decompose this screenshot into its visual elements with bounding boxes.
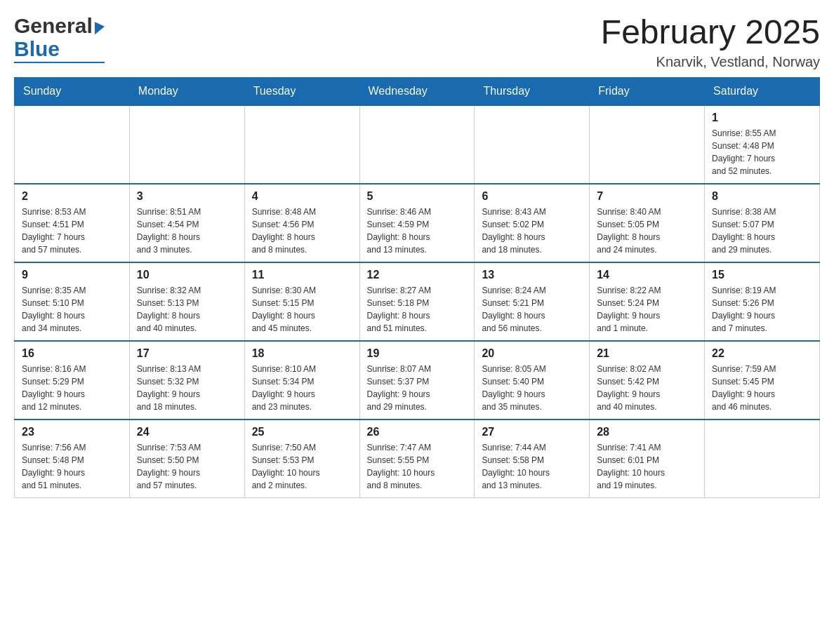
day-cell [475,105,590,184]
weekday-header-saturday: Saturday [705,77,820,105]
day-cell: 9Sunrise: 8:35 AM Sunset: 5:10 PM Daylig… [15,262,130,341]
day-cell: 27Sunrise: 7:44 AM Sunset: 5:58 PM Dayli… [475,420,590,498]
day-cell: 23Sunrise: 7:56 AM Sunset: 5:48 PM Dayli… [15,420,130,498]
day-info: Sunrise: 8:16 AM Sunset: 5:29 PM Dayligh… [22,363,122,413]
month-title: February 2025 [601,14,820,51]
day-info: Sunrise: 8:35 AM Sunset: 5:10 PM Dayligh… [22,284,122,335]
day-info: Sunrise: 7:56 AM Sunset: 5:48 PM Dayligh… [22,441,122,492]
weekday-header-wednesday: Wednesday [359,77,475,105]
day-cell: 20Sunrise: 8:05 AM Sunset: 5:40 PM Dayli… [475,341,590,420]
day-number: 25 [252,426,352,438]
day-info: Sunrise: 8:10 AM Sunset: 5:34 PM Dayligh… [252,363,352,413]
day-number: 6 [482,190,582,203]
day-number: 9 [22,269,122,281]
day-cell: 18Sunrise: 8:10 AM Sunset: 5:34 PM Dayli… [244,341,359,420]
day-number: 17 [137,347,237,360]
day-cell: 1Sunrise: 8:55 AM Sunset: 4:48 PM Daylig… [705,105,820,184]
day-info: Sunrise: 7:41 AM Sunset: 6:01 PM Dayligh… [597,441,697,492]
week-row-5: 23Sunrise: 7:56 AM Sunset: 5:48 PM Dayli… [15,420,820,498]
day-info: Sunrise: 7:47 AM Sunset: 5:55 PM Dayligh… [367,441,468,492]
day-cell: 14Sunrise: 8:22 AM Sunset: 5:24 PM Dayli… [590,262,705,341]
logo: General Blue [14,14,105,63]
day-info: Sunrise: 8:22 AM Sunset: 5:24 PM Dayligh… [597,284,697,335]
day-info: Sunrise: 7:50 AM Sunset: 5:53 PM Dayligh… [252,441,352,492]
day-info: Sunrise: 8:13 AM Sunset: 5:32 PM Dayligh… [137,363,237,413]
day-cell: 11Sunrise: 8:30 AM Sunset: 5:15 PM Dayli… [244,262,359,341]
day-cell: 22Sunrise: 7:59 AM Sunset: 5:45 PM Dayli… [705,341,820,420]
day-info: Sunrise: 8:38 AM Sunset: 5:07 PM Dayligh… [712,206,812,256]
day-number: 22 [712,347,812,360]
day-cell: 8Sunrise: 8:38 AM Sunset: 5:07 PM Daylig… [705,184,820,262]
day-cell [129,105,244,184]
weekday-header-sunday: Sunday [15,77,130,105]
day-info: Sunrise: 8:40 AM Sunset: 5:05 PM Dayligh… [597,206,697,256]
day-cell [359,105,475,184]
day-info: Sunrise: 8:27 AM Sunset: 5:18 PM Dayligh… [367,284,468,335]
day-cell: 3Sunrise: 8:51 AM Sunset: 4:54 PM Daylig… [129,184,244,262]
day-info: Sunrise: 8:46 AM Sunset: 4:59 PM Dayligh… [367,206,468,256]
day-number: 18 [252,347,352,360]
day-number: 11 [252,269,352,281]
day-cell: 28Sunrise: 7:41 AM Sunset: 6:01 PM Dayli… [590,420,705,498]
day-cell: 7Sunrise: 8:40 AM Sunset: 5:05 PM Daylig… [590,184,705,262]
day-number: 10 [137,269,237,281]
day-cell: 16Sunrise: 8:16 AM Sunset: 5:29 PM Dayli… [15,341,130,420]
logo-blue-text: Blue [14,37,105,60]
week-row-2: 2Sunrise: 8:53 AM Sunset: 4:51 PM Daylig… [15,184,820,262]
day-cell: 25Sunrise: 7:50 AM Sunset: 5:53 PM Dayli… [244,420,359,498]
weekday-header-friday: Friday [590,77,705,105]
day-number: 23 [22,426,122,438]
weekday-header-tuesday: Tuesday [244,77,359,105]
day-info: Sunrise: 8:05 AM Sunset: 5:40 PM Dayligh… [482,363,582,413]
day-info: Sunrise: 8:43 AM Sunset: 5:02 PM Dayligh… [482,206,582,256]
weekday-header-row: SundayMondayTuesdayWednesdayThursdayFrid… [15,77,820,105]
day-number: 15 [712,269,812,281]
day-number: 8 [712,190,812,203]
day-number: 2 [22,190,122,203]
day-cell [705,420,820,498]
day-info: Sunrise: 8:51 AM Sunset: 4:54 PM Dayligh… [137,206,237,256]
page-header: General Blue February 2025 Knarvik, Vest… [14,14,820,70]
week-row-4: 16Sunrise: 8:16 AM Sunset: 5:29 PM Dayli… [15,341,820,420]
title-area: February 2025 Knarvik, Vestland, Norway [601,14,820,70]
day-cell [15,105,130,184]
day-info: Sunrise: 8:19 AM Sunset: 5:26 PM Dayligh… [712,284,812,335]
day-cell: 24Sunrise: 7:53 AM Sunset: 5:50 PM Dayli… [129,420,244,498]
weekday-header-monday: Monday [129,77,244,105]
day-cell: 10Sunrise: 8:32 AM Sunset: 5:13 PM Dayli… [129,262,244,341]
day-cell: 5Sunrise: 8:46 AM Sunset: 4:59 PM Daylig… [359,184,475,262]
day-cell: 4Sunrise: 8:48 AM Sunset: 4:56 PM Daylig… [244,184,359,262]
day-number: 24 [137,426,237,438]
logo-underline [14,62,105,63]
day-info: Sunrise: 8:53 AM Sunset: 4:51 PM Dayligh… [22,206,122,256]
day-number: 28 [597,426,697,438]
day-cell: 19Sunrise: 8:07 AM Sunset: 5:37 PM Dayli… [359,341,475,420]
day-info: Sunrise: 8:07 AM Sunset: 5:37 PM Dayligh… [367,363,468,413]
day-cell: 21Sunrise: 8:02 AM Sunset: 5:42 PM Dayli… [590,341,705,420]
location-text: Knarvik, Vestland, Norway [601,54,820,70]
day-info: Sunrise: 8:48 AM Sunset: 4:56 PM Dayligh… [252,206,352,256]
day-number: 4 [252,190,352,203]
day-cell: 6Sunrise: 8:43 AM Sunset: 5:02 PM Daylig… [475,184,590,262]
logo-triangle-icon [95,20,105,34]
day-number: 16 [22,347,122,360]
day-number: 20 [482,347,582,360]
day-info: Sunrise: 8:24 AM Sunset: 5:21 PM Dayligh… [482,284,582,335]
day-number: 19 [367,347,468,360]
logo-general-text: General [14,14,105,37]
weekday-header-thursday: Thursday [475,77,590,105]
day-cell [244,105,359,184]
week-row-3: 9Sunrise: 8:35 AM Sunset: 5:10 PM Daylig… [15,262,820,341]
day-info: Sunrise: 8:02 AM Sunset: 5:42 PM Dayligh… [597,363,697,413]
day-cell: 13Sunrise: 8:24 AM Sunset: 5:21 PM Dayli… [475,262,590,341]
day-info: Sunrise: 8:32 AM Sunset: 5:13 PM Dayligh… [137,284,237,335]
day-cell: 12Sunrise: 8:27 AM Sunset: 5:18 PM Dayli… [359,262,475,341]
day-number: 1 [712,112,812,124]
day-number: 26 [367,426,468,438]
day-number: 3 [137,190,237,203]
day-cell: 17Sunrise: 8:13 AM Sunset: 5:32 PM Dayli… [129,341,244,420]
day-info: Sunrise: 8:30 AM Sunset: 5:15 PM Dayligh… [252,284,352,335]
calendar-table: SundayMondayTuesdayWednesdayThursdayFrid… [14,77,820,498]
day-number: 14 [597,269,697,281]
day-number: 12 [367,269,468,281]
